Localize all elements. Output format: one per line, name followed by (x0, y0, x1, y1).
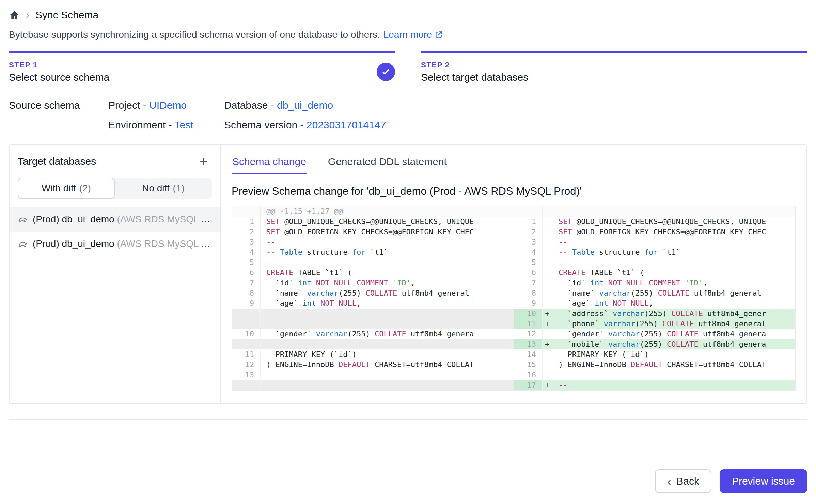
code-line: `phone` varchar(255) COLLATE utf8mb4_gen… (553, 319, 795, 329)
tab-no-diff-count: (1) (173, 183, 185, 194)
line-number: 12 (232, 360, 261, 370)
footer-divider (9, 419, 807, 420)
diff-right-half: 11+ `phone` varchar(255) COLLATE utf8mb4… (514, 319, 795, 329)
diff-marker (543, 237, 553, 247)
code-line: `address` varchar(255) COLLATE utf8mb4_g… (553, 309, 795, 319)
line-number (514, 206, 543, 217)
db-environment: (Prod) (33, 238, 62, 249)
diff-row: 10 `gender` varchar(255) COLLATE utf8mb4… (232, 329, 795, 339)
code-line: `name` varchar(255) COLLATE utf8mb4_gene… (553, 288, 795, 298)
line-number: 10 (232, 329, 261, 339)
home-icon[interactable] (9, 10, 20, 20)
code-line: -- (261, 257, 514, 268)
line-number: 4 (514, 247, 543, 257)
diff-marker (543, 206, 553, 217)
target-databases-title: Target databases (18, 156, 96, 167)
code-line: CREATE TABLE `t1` ( (261, 268, 514, 278)
code-line: SET @OLD_UNIQUE_CHECKS=@@UNIQUE_CHECKS, … (261, 217, 514, 227)
code-line: SET @OLD_UNIQUE_CHECKS=@@UNIQUE_CHECKS, … (553, 217, 795, 227)
diff-right-half: 5-- (514, 257, 795, 268)
line-number: 3 (232, 237, 261, 247)
line-number: 2 (514, 227, 543, 237)
code-line: PRIMARY KEY (`id`) (261, 349, 514, 360)
code-line: `gender` varchar(255) COLLATE utf8mb4_ge… (553, 329, 795, 339)
diff-left-half: 8 `name` varchar(255) COLLATE utf8mb4_ge… (232, 288, 514, 298)
tab-with-diff-label: With diff (42, 183, 76, 194)
database-link[interactable]: db_ui_demo (277, 99, 333, 111)
diff-row: 13+ `mobile` varchar(255) COLLATE utf8mb… (232, 339, 795, 349)
diff-right-half: 4-- Table structure for `t1` (514, 247, 795, 257)
code-line (553, 206, 795, 217)
external-link-icon (434, 30, 443, 39)
code-line: -- Table structure for `t1` (261, 247, 514, 257)
code-line: PRIMARY KEY (`id`) (553, 349, 795, 360)
code-line: ) ENGINE=InnoDB DEFAULT CHARSET=utf8mb4 … (261, 360, 514, 370)
add-target-database-button[interactable]: + (195, 153, 212, 170)
line-number: 8 (514, 288, 543, 298)
tab-schema-change[interactable]: Schema change (232, 153, 307, 174)
tab-with-diff-count: (2) (79, 183, 91, 194)
project-link[interactable]: UIDemo (149, 99, 187, 111)
diff-row: 17+-- (232, 380, 795, 390)
tab-no-diff[interactable]: No diff (1) (115, 178, 212, 199)
diff-right-half: 10+ `address` varchar(255) COLLATE utf8m… (514, 309, 795, 319)
line-number: 12 (514, 329, 543, 339)
diff-marker (543, 278, 553, 288)
diff-left-half: 11 PRIMARY KEY (`id`) (232, 349, 514, 360)
preview-title: Preview Schema change for 'db_ui_demo (P… (232, 185, 796, 198)
step-2: STEP 2 Select target databases (421, 51, 807, 83)
step-1-label: STEP 1 (9, 61, 395, 69)
tab-with-diff[interactable]: With diff (2) (18, 178, 115, 199)
line-number: 9 (232, 298, 261, 309)
code-line: ) ENGINE=InnoDB DEFAULT CHARSET=utf8mb4 … (553, 360, 795, 370)
line-number: 1 (514, 217, 543, 227)
code-line (553, 370, 795, 380)
target-database-item-1[interactable]: (Prod) db_ui_demo (AWS RDS MySQL Prod) (10, 207, 220, 232)
diff-row: 12) ENGINE=InnoDB DEFAULT CHARSET=utf8mb… (232, 360, 795, 370)
diff-left-half: 13 (232, 370, 514, 380)
source-environment-field: Environment - Test (108, 119, 224, 131)
diff-left-half: 1SET @OLD_UNIQUE_CHECKS=@@UNIQUE_CHECKS,… (232, 217, 514, 227)
diff-row: 1316 (232, 370, 795, 380)
line-number (232, 319, 261, 329)
chevron-left-icon: ‹ (667, 475, 671, 487)
diff-marker (543, 257, 553, 268)
page-title: Sync Schema (35, 9, 98, 21)
diff-right-half: 8 `name` varchar(255) COLLATE utf8mb4_ge… (514, 288, 795, 298)
step-1-title: Select source schema (9, 72, 395, 83)
target-database-item-2[interactable]: (Prod) db_ui_demo (AWS RDS MySQL Prod) (10, 232, 220, 256)
code-line: SET @OLD_FOREIGN_KEY_CHECKS=@@FOREIGN_KE… (261, 227, 514, 237)
back-button[interactable]: ‹ Back (655, 469, 711, 493)
diff-right-half: 2SET @OLD_FOREIGN_KEY_CHECKS=@@FOREIGN_K… (514, 227, 795, 237)
diff-row: 10+ `address` varchar(255) COLLATE utf8m… (232, 309, 795, 319)
environment-link[interactable]: Test (175, 119, 193, 130)
diff-right-half: 16 (514, 370, 795, 380)
code-line: `mobile` varchar(255) COLLATE utf8mb4_ge… (553, 339, 795, 349)
diff-right-half: 9 `age` int NOT NULL, (514, 298, 795, 309)
db-instance-detail: (AWS RDS MySQL Prod) (114, 238, 212, 249)
code-line: CREATE TABLE `t1` ( (553, 268, 795, 278)
step-1-completed-check-icon (377, 63, 395, 81)
code-line (261, 339, 514, 349)
diff-row: 5--5-- (232, 257, 795, 268)
diff-marker (543, 349, 553, 360)
diff-left-half: 7 `id` int NOT NULL COMMENT 'ID', (232, 278, 514, 288)
diff-filter-tabs: With diff (2) No diff (1) (18, 178, 212, 199)
code-line: -- Table structure for `t1` (553, 247, 795, 257)
diff-left-half: 9 `age` int NOT NULL, (232, 298, 514, 309)
db-instance-detail: (AWS RDS MySQL Prod) (114, 214, 212, 224)
learn-more-link[interactable]: Learn more (383, 29, 443, 40)
code-line (261, 319, 514, 329)
diff-marker: + (543, 309, 553, 319)
diff-row: 6CREATE TABLE `t1` (6CREATE TABLE `t1` ( (232, 268, 795, 278)
tab-generated-ddl[interactable]: Generated DDL statement (327, 153, 448, 174)
diff-row: 4-- Table structure for `t1`4-- Table st… (232, 247, 795, 257)
line-number: 14 (514, 349, 543, 360)
schema-version-link[interactable]: 20230317014147 (307, 119, 386, 130)
diff-right-half: 12 `gender` varchar(255) COLLATE utf8mb4… (514, 329, 795, 339)
line-number (232, 206, 261, 217)
preview-issue-button[interactable]: Preview issue (720, 469, 807, 493)
mysql-engine-icon (18, 238, 28, 249)
line-number: 8 (232, 288, 261, 298)
step-2-title: Select target databases (421, 72, 807, 83)
